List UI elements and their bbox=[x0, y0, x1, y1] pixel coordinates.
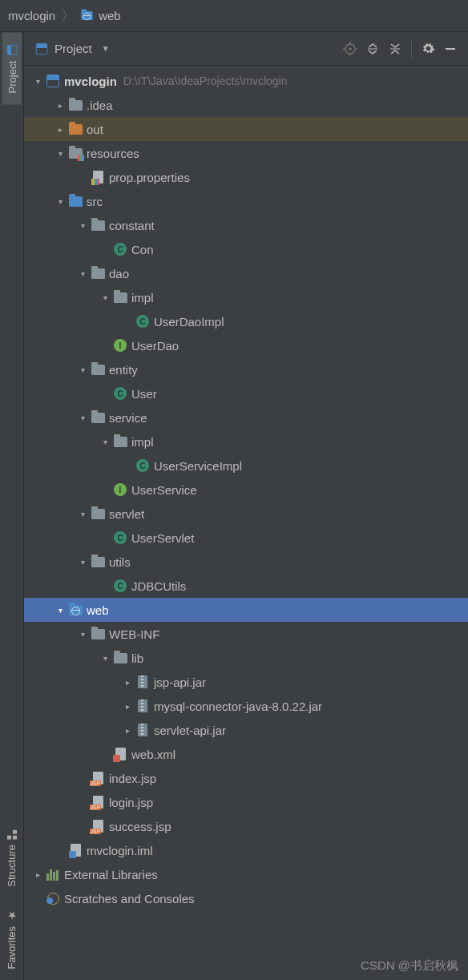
tree-node-out[interactable]: ▸ out bbox=[24, 117, 468, 141]
class-icon: C bbox=[112, 579, 128, 592]
project-icon bbox=[6, 45, 17, 55]
tree-node-servlet[interactable]: ▾ servlet bbox=[24, 502, 468, 526]
locate-button[interactable] bbox=[339, 38, 361, 60]
chevron-down-icon[interactable]: ▾ bbox=[53, 606, 67, 615]
tree-node-servletapi[interactable]: ▸ servlet-api.jar bbox=[24, 718, 468, 742]
node-label: Scratches and Consoles bbox=[64, 892, 195, 905]
node-label: resources bbox=[87, 147, 139, 160]
tree-node-userdaoimpl[interactable]: C UserDaoImpl bbox=[24, 309, 468, 333]
project-icon bbox=[36, 42, 47, 54]
tree-node-external-libraries[interactable]: ▸ External Libraries bbox=[24, 862, 468, 886]
breadcrumb-item-web[interactable]: web bbox=[80, 9, 121, 22]
tree-node-jspapi[interactable]: ▸ jsp-api.jar bbox=[24, 670, 468, 694]
side-tab-label: Structure bbox=[6, 845, 18, 887]
node-path-hint: D:\IT\Java\IdeaProjects\mvclogin bbox=[123, 75, 288, 87]
chevron-right-icon[interactable]: ▸ bbox=[120, 678, 135, 687]
folder-icon bbox=[67, 124, 83, 135]
tree-node-webinf[interactable]: ▾ WEB-INF bbox=[24, 622, 468, 646]
node-label: UserDaoImpl bbox=[154, 315, 224, 329]
chevron-down-icon: ▼ bbox=[102, 44, 110, 53]
side-tab-favorites[interactable]: Favorites ★ bbox=[2, 898, 21, 980]
chevron-right-icon[interactable]: ▸ bbox=[120, 702, 135, 711]
collapse-icon bbox=[389, 42, 401, 55]
tree-node-successjsp[interactable]: success.jsp bbox=[24, 814, 468, 838]
class-icon: C bbox=[112, 243, 128, 256]
chevron-right-icon[interactable]: ▸ bbox=[53, 125, 67, 134]
settings-button[interactable] bbox=[417, 38, 439, 60]
chevron-right-icon[interactable]: ▸ bbox=[53, 101, 67, 110]
tree-node-userservlet[interactable]: C UserServlet bbox=[24, 526, 468, 550]
project-tree[interactable]: ▾ mvclogin D:\IT\Java\IdeaProjects\mvclo… bbox=[24, 66, 468, 910]
node-label: .idea bbox=[87, 99, 113, 112]
class-icon: C bbox=[112, 531, 128, 544]
tree-node-src[interactable]: ▾ src bbox=[24, 189, 468, 213]
chevron-down-icon[interactable]: ▾ bbox=[75, 413, 90, 422]
chevron-down-icon[interactable]: ▾ bbox=[98, 293, 112, 302]
tree-node-scratches[interactable]: Scratches and Consoles bbox=[24, 886, 468, 910]
interface-icon: I bbox=[112, 339, 128, 352]
tree-node-userservice[interactable]: I UserService bbox=[24, 478, 468, 502]
module-icon bbox=[45, 75, 61, 87]
tree-node-webxml[interactable]: web.xml bbox=[24, 742, 468, 766]
tree-node-module-root[interactable]: ▾ mvclogin D:\IT\Java\IdeaProjects\mvclo… bbox=[24, 69, 468, 93]
expand-all-button[interactable] bbox=[361, 38, 384, 60]
chevron-right-icon[interactable]: ▸ bbox=[120, 726, 135, 735]
expand-icon bbox=[366, 42, 379, 55]
chevron-down-icon[interactable]: ▾ bbox=[75, 221, 90, 230]
hide-button[interactable] bbox=[439, 38, 462, 60]
chevron-down-icon[interactable]: ▾ bbox=[30, 77, 45, 86]
side-tab-project[interactable]: Project bbox=[2, 32, 22, 104]
chevron-down-icon[interactable]: ▾ bbox=[75, 558, 90, 567]
tree-node-jdbcutils[interactable]: C JDBCUtils bbox=[24, 574, 468, 598]
tree-node-dao[interactable]: ▾ dao bbox=[24, 261, 468, 285]
tree-node-userdao[interactable]: I UserDao bbox=[24, 333, 468, 357]
tree-node-con[interactable]: C Con bbox=[24, 237, 468, 261]
tree-node-mysql[interactable]: ▸ mysql-connector-java-8.0.22.jar bbox=[24, 694, 468, 718]
side-tab-structure[interactable]: Structure bbox=[2, 818, 21, 898]
collapse-all-button[interactable] bbox=[384, 38, 406, 60]
tree-node-resources[interactable]: ▾ resources bbox=[24, 141, 468, 165]
tree-node-constant[interactable]: ▾ constant bbox=[24, 213, 468, 237]
tree-node-service[interactable]: ▾ service bbox=[24, 405, 468, 430]
tree-node-dao-impl[interactable]: ▾ impl bbox=[24, 285, 468, 309]
breadcrumb-label: mvclogin bbox=[8, 9, 55, 22]
tree-node-iml[interactable]: mvclogin.iml bbox=[24, 838, 468, 862]
tree-node-service-impl[interactable]: ▾ impl bbox=[24, 430, 468, 454]
interface-icon: I bbox=[112, 483, 128, 496]
tree-node-prop[interactable]: prop.properties bbox=[24, 165, 468, 189]
node-label: UserServlet bbox=[131, 531, 194, 545]
breadcrumb-item-root[interactable]: mvclogin bbox=[8, 9, 55, 22]
archive-icon bbox=[135, 724, 151, 736]
chevron-down-icon[interactable]: ▾ bbox=[53, 149, 67, 158]
node-label: success.jsp bbox=[109, 820, 171, 833]
jsp-file-icon bbox=[90, 820, 106, 833]
chevron-down-icon[interactable]: ▾ bbox=[53, 197, 67, 206]
project-view-label: Project bbox=[54, 42, 92, 55]
tree-node-idea[interactable]: ▸ .idea bbox=[24, 93, 468, 117]
chevron-right-icon[interactable]: ▸ bbox=[30, 870, 45, 879]
gear-icon bbox=[422, 42, 435, 55]
tree-node-loginjsp[interactable]: login.jsp bbox=[24, 790, 468, 814]
class-icon: C bbox=[135, 459, 151, 472]
package-icon bbox=[90, 220, 106, 231]
tree-node-lib[interactable]: ▾ lib bbox=[24, 646, 468, 670]
tree-node-userserviceimpl[interactable]: C UserServiceImpl bbox=[24, 454, 468, 478]
breadcrumb-label: web bbox=[99, 9, 121, 22]
node-label: jsp-api.jar bbox=[154, 676, 206, 689]
chevron-down-icon[interactable]: ▾ bbox=[75, 365, 90, 374]
tree-node-utils[interactable]: ▾ utils bbox=[24, 550, 468, 574]
tree-node-web[interactable]: ▾ web bbox=[24, 598, 468, 622]
package-icon bbox=[90, 365, 106, 375]
folder-icon bbox=[67, 100, 83, 111]
tree-node-indexjsp[interactable]: index.jsp bbox=[24, 766, 468, 790]
tree-node-user[interactable]: C User bbox=[24, 381, 468, 405]
project-view-selector[interactable]: Project ▼ bbox=[35, 42, 110, 55]
panel-header: Project ▼ bbox=[24, 32, 468, 66]
chevron-down-icon[interactable]: ▾ bbox=[75, 630, 90, 639]
chevron-down-icon[interactable]: ▾ bbox=[98, 438, 112, 446]
chevron-down-icon[interactable]: ▾ bbox=[75, 269, 90, 278]
package-icon bbox=[90, 509, 106, 519]
tree-node-entity[interactable]: ▾ entity bbox=[24, 357, 468, 381]
chevron-down-icon[interactable]: ▾ bbox=[98, 654, 112, 663]
chevron-down-icon[interactable]: ▾ bbox=[75, 510, 90, 518]
